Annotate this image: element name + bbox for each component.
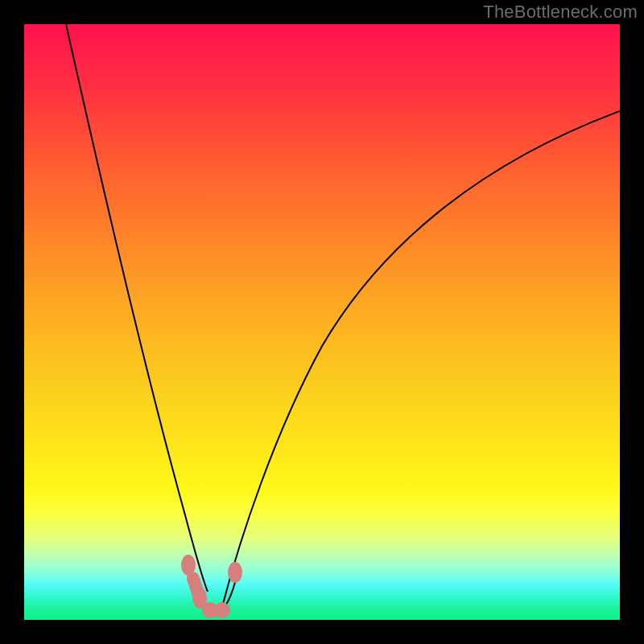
curve-left-branch bbox=[66, 24, 208, 592]
bottleneck-curve-svg bbox=[24, 24, 620, 620]
marker-left-bar bbox=[185, 570, 206, 601]
watermark-text: TheBottleneck.com bbox=[483, 2, 638, 23]
marker-right-end bbox=[228, 562, 242, 583]
curve-right-branch bbox=[223, 111, 620, 604]
chart-plot-area bbox=[24, 24, 620, 620]
marker-bottom-bar bbox=[203, 605, 224, 617]
